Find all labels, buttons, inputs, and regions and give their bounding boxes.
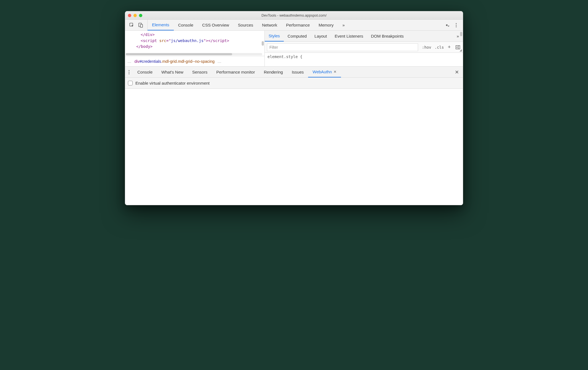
drawer-tab-performance-monitor[interactable]: Performance monitor (212, 67, 259, 77)
new-style-rule-button[interactable]: + (445, 44, 453, 50)
drawer-tab-rendering[interactable]: Rendering (259, 67, 287, 77)
svg-point-3 (456, 23, 456, 24)
subtab-layout[interactable]: Layout (311, 31, 331, 41)
inspect-icon[interactable] (129, 22, 135, 28)
subtab-styles[interactable]: Styles (265, 31, 284, 41)
toolbar-left (125, 20, 148, 30)
tab-console[interactable]: Console (174, 20, 198, 30)
breadcrumb: … div#credentials.mdl-grid.mdl-grid--no-… (125, 56, 264, 66)
drawer-tab-sensors[interactable]: Sensors (188, 67, 212, 77)
subtab-event-listeners[interactable]: Event Listeners (331, 31, 367, 41)
svg-point-4 (456, 25, 456, 25)
scrollbar-thumb[interactable] (126, 53, 232, 55)
svg-point-9 (128, 72, 129, 72)
webauthn-empty-body (125, 89, 463, 205)
enable-virtual-authenticator-label: Enable virtual authenticator environment (135, 81, 210, 85)
hov-button[interactable]: :hov (420, 45, 433, 49)
code-token: js/webauthn.js (171, 38, 204, 43)
code-token: </div> (141, 32, 155, 37)
webauthn-toolbar: Enable virtual authenticator environment (125, 78, 463, 89)
code-token: "></scr (204, 38, 220, 43)
vertical-scrollbar[interactable] (262, 41, 264, 46)
resize-corner-icon[interactable]: ◢ (460, 48, 462, 52)
code-token: src (159, 38, 166, 43)
maximize-icon[interactable] (139, 14, 142, 17)
styles-subtabs: Styles Computed Layout Event Listeners D… (265, 31, 463, 42)
tab-elements[interactable]: Elements (148, 20, 174, 30)
drawer-tab-issues[interactable]: Issues (287, 67, 308, 77)
breadcrumb-overflow-left[interactable]: … (127, 59, 132, 64)
main-tabs: Elements Console CSS Overview Sources Ne… (148, 20, 440, 30)
horizontal-scrollbar[interactable] (126, 53, 262, 55)
close-icon[interactable]: ✕ (334, 70, 337, 74)
traffic-lights (128, 14, 142, 17)
breadcrumb-overflow-right[interactable]: … (217, 59, 222, 64)
device-toggle-icon[interactable] (138, 22, 143, 28)
window-title: DevTools - webauthndemo.appspot.com/ (125, 13, 463, 17)
styles-panel: Styles Computed Layout Event Listeners D… (265, 31, 463, 66)
tab-performance[interactable]: Performance (282, 20, 314, 30)
code-token: ipt> (220, 38, 229, 43)
drawer-tab-console[interactable]: Console (133, 67, 157, 77)
main-tabs-overflow-icon[interactable]: » (338, 20, 349, 30)
style-rule-text[interactable]: element.style { (265, 53, 463, 61)
vertical-scrollbar[interactable] (460, 32, 462, 36)
code-token: <script (141, 38, 159, 43)
subtab-computed[interactable]: Computed (284, 31, 311, 41)
drawer-tabs: Console What's New Sensors Performance m… (125, 67, 463, 78)
tab-network[interactable]: Network (258, 20, 282, 30)
enable-virtual-authenticator-checkbox[interactable] (128, 81, 133, 85)
toolbar-right (440, 22, 463, 28)
styles-filter-row: :hov .cls + ◢ (265, 42, 463, 53)
subtab-dom-breakpoints[interactable]: DOM Breakpoints (367, 31, 408, 41)
svg-point-5 (456, 26, 456, 27)
drawer-tab-whats-new[interactable]: What's New (157, 67, 188, 77)
code-token: </body> (136, 44, 153, 49)
svg-point-8 (128, 70, 129, 71)
titlebar: DevTools - webauthndemo.appspot.com/ (125, 11, 463, 20)
drawer-close-icon[interactable]: ✕ (451, 69, 463, 75)
dom-code[interactable]: </div> <script src="js/webauthn.js"></sc… (125, 31, 264, 56)
kebab-menu-icon[interactable] (453, 22, 459, 28)
elements-panel-split: </div> <script src="js/webauthn.js"></sc… (125, 31, 463, 67)
main-toolbar: Elements Console CSS Overview Sources Ne… (125, 20, 463, 31)
tab-css-overview[interactable]: CSS Overview (198, 20, 234, 30)
svg-point-10 (128, 73, 129, 74)
tab-sources[interactable]: Sources (233, 20, 258, 30)
drawer-kebab-menu-icon[interactable] (125, 67, 133, 77)
svg-rect-2 (140, 24, 143, 27)
devtools-window: DevTools - webauthndemo.appspot.com/ Ele… (125, 11, 463, 205)
drawer-tab-webauthn[interactable]: WebAuthn ✕ (308, 67, 341, 77)
code-token: =" (166, 38, 171, 43)
styles-filter-input[interactable] (267, 43, 418, 51)
dom-tree-panel: </div> <script src="js/webauthn.js"></sc… (125, 31, 265, 66)
minimize-icon[interactable] (133, 14, 137, 17)
breadcrumb-node[interactable]: div#credentials.mdl-grid.mdl-grid--no-sp… (135, 59, 215, 64)
gear-icon[interactable] (444, 22, 450, 28)
cls-button[interactable]: .cls (433, 45, 446, 49)
tab-memory[interactable]: Memory (314, 20, 338, 30)
drawer-tab-label: WebAuthn (313, 69, 332, 74)
close-icon[interactable] (128, 14, 131, 17)
